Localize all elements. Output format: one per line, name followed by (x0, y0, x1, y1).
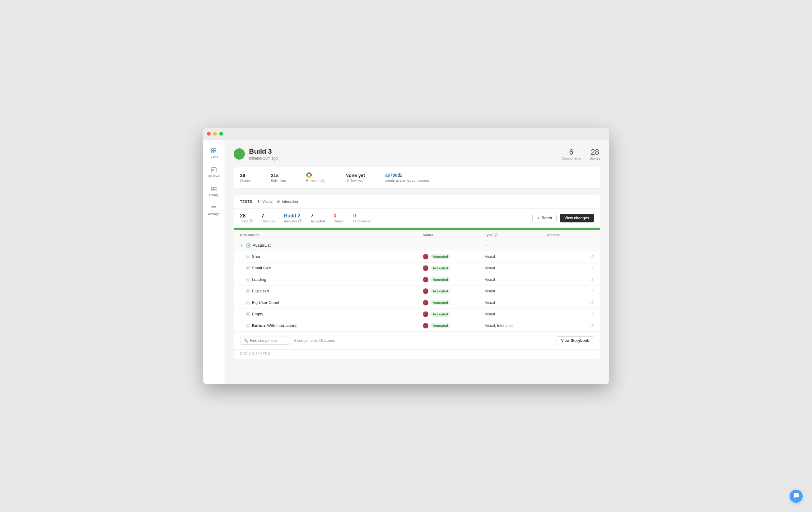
maximize-button[interactable] (219, 132, 223, 135)
story-action: ↺ (547, 300, 594, 305)
story-name: □ Empty (240, 312, 423, 317)
undo-icon[interactable]: ↺ (590, 277, 594, 282)
group-action: ✓ (547, 243, 594, 248)
titlebar (203, 128, 609, 140)
table-row: □ Short Accepted Visual ↺ (234, 251, 600, 263)
story-icon: □ (246, 266, 250, 270)
build-time-value: 21s (271, 173, 286, 178)
click-icon: ⟳ (277, 200, 280, 204)
sidebar-item-builds[interactable]: Builds (204, 145, 223, 161)
close-button[interactable] (207, 132, 211, 135)
search-input[interactable] (250, 338, 287, 343)
footer-count: 6 components 28 stories (294, 338, 335, 343)
ancestor-link[interactable]: Build 2 (284, 213, 302, 219)
tests-total: 28 (240, 213, 253, 219)
traffic-lights (207, 132, 223, 135)
col-new-stories: New stories (240, 233, 423, 237)
unreviewed-label: Unreviewed (353, 219, 371, 223)
col-status: Status (423, 233, 485, 237)
table-row: ▼ ⊞ AvatarList -- -- ✓ (234, 240, 600, 251)
story-status: Accepted (423, 311, 485, 317)
browsers-label: Browsers ? (306, 179, 325, 183)
avatar (423, 288, 428, 294)
minimize-button[interactable] (213, 132, 217, 135)
info-divider-4 (375, 172, 375, 183)
sidebar-item-manage[interactable]: Manage (204, 202, 223, 218)
tests-stats-right: ✓ Batch View changes (532, 214, 594, 222)
svg-rect-7 (211, 190, 213, 191)
stories-value: 28 (240, 173, 251, 178)
avatar (423, 311, 428, 317)
undo-icon[interactable]: ↺ (590, 300, 594, 305)
batch-button[interactable]: ✓ Batch (532, 214, 557, 222)
components-count: 6 (569, 148, 573, 156)
denied-count: 0 (334, 213, 345, 219)
accepted-count: 7 (311, 213, 325, 219)
stories-label: Stories (589, 156, 600, 160)
browsers-help-icon[interactable]: ? (321, 179, 325, 183)
story-type: Visual (485, 277, 547, 282)
undo-icon[interactable]: ↺ (590, 254, 594, 259)
chevron-down-icon[interactable]: ▼ (240, 244, 243, 247)
undo-icon[interactable]: ↺ (590, 266, 594, 271)
status-badge: Accepted (430, 323, 451, 328)
tab-visual[interactable]: 👁 Visual (257, 200, 272, 204)
info-ui-reviews: None yet UI Reviews (345, 173, 365, 183)
manage-icon (210, 204, 217, 211)
sidebar-item-library[interactable]: Library (204, 183, 223, 200)
story-action: ↺ (547, 277, 594, 282)
ancestor-help-icon[interactable]: ? (298, 219, 302, 223)
story-type: Visual (485, 300, 547, 305)
view-changes-button[interactable]: View changes (560, 214, 593, 222)
build-header-left: Build 3 Initiated 25m ago (234, 147, 278, 160)
table-row: □ Ellipsized Accepted Visual ↺ (234, 285, 600, 297)
status-badge: Accepted (430, 277, 451, 282)
story-label: Short (252, 254, 262, 259)
table-header: New stories Status Type ? Actions (234, 230, 600, 240)
story-label: Ellipsized (252, 289, 269, 293)
type-help-icon[interactable]: ? (494, 233, 497, 237)
footer-bar: 🔍 6 components 28 stories View Storybook (234, 332, 600, 349)
changes-label: Changes (261, 219, 275, 223)
tests-stats-bar: 28 Tests ? 7 Changes Build 2 (234, 209, 600, 228)
search-bar[interactable]: 🔍 (240, 337, 290, 345)
info-browsers: Browsers ? (306, 172, 325, 183)
undo-icon[interactable]: ↺ (590, 323, 594, 328)
story-label: Big User Count (252, 300, 279, 305)
story-action: ↺ (547, 312, 594, 317)
view-storybook-button[interactable]: View Storybook (557, 336, 594, 345)
story-status: Accepted (423, 300, 485, 305)
svg-rect-4 (211, 168, 216, 172)
chrome-icon (306, 172, 312, 178)
group-name: ▼ ⊞ AvatarList (240, 243, 423, 248)
design-system-label: DESIGN SYSTEM (234, 349, 600, 359)
stories-count: 28 (591, 148, 599, 156)
avatar (423, 265, 428, 271)
info-divider-2 (296, 172, 296, 183)
stat-ancestor: Build 2 Ancestor ? (284, 213, 302, 223)
status-badge: Accepted (430, 254, 451, 259)
svg-rect-1 (214, 149, 216, 151)
library-label: Library (209, 193, 219, 197)
tests-help-icon[interactable]: ? (249, 219, 253, 223)
stat-tests: 28 Tests ? (240, 213, 253, 223)
group-type: -- (485, 243, 547, 248)
story-label: Empty (252, 312, 263, 317)
undo-icon[interactable]: ↺ (590, 312, 594, 317)
commit-link[interactable]: a6780d2 (385, 173, 429, 178)
story-label: Button: With Interactions (252, 323, 297, 328)
undo-icon[interactable]: ↺ (590, 289, 594, 294)
build-info: Build 3 Initiated 25m ago (249, 147, 278, 160)
ui-reviews-value: None yet (345, 173, 365, 178)
tab-interaction[interactable]: ⟳ Interaction (277, 200, 299, 204)
reviews-label: Reviews (208, 175, 220, 178)
app-body: Builds Reviews (203, 140, 609, 384)
builds-label: Builds (209, 155, 218, 159)
builds-icon (210, 147, 217, 154)
chat-fab-button[interactable] (790, 490, 803, 503)
story-status: Accepted (423, 288, 485, 294)
app-window: Builds Reviews (203, 128, 609, 384)
check-action-icon[interactable]: ✓ (590, 243, 594, 248)
sidebar-item-reviews[interactable]: Reviews (204, 164, 223, 180)
eye-icon: 👁 (257, 200, 261, 204)
